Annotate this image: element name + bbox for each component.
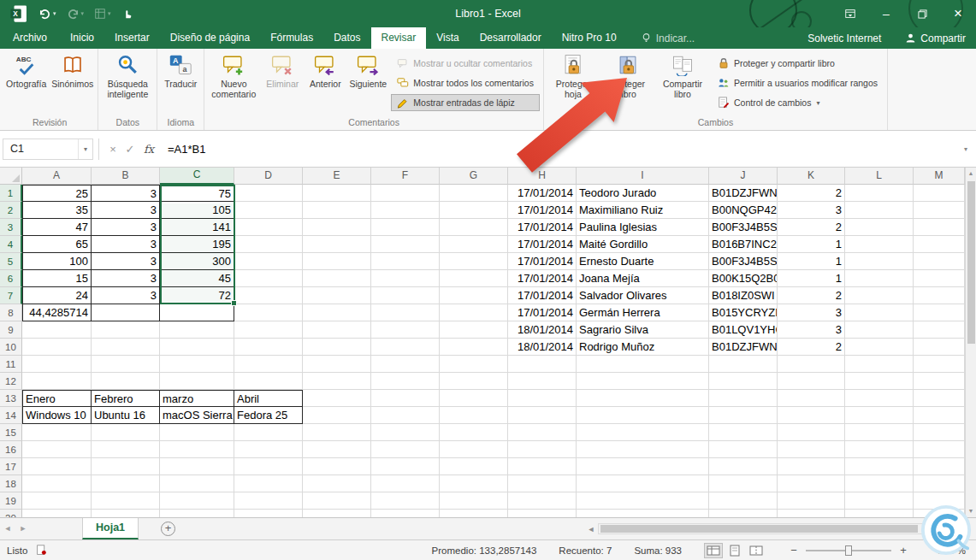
row-header-8[interactable]: 8 <box>0 304 22 321</box>
cell-F18[interactable] <box>371 475 440 492</box>
cell-A4[interactable]: 65 <box>22 236 92 253</box>
sheet-nav-right-button[interactable]: ► <box>15 518 31 539</box>
cell-L7[interactable] <box>845 287 914 304</box>
row-header-19[interactable]: 19 <box>0 492 22 510</box>
expand-formula-bar-button[interactable]: ▾ <box>958 145 973 153</box>
mostrar-entradas-de-lapiz-button[interactable]: Mostrar entradas de lápiz <box>391 94 540 111</box>
cell-J7[interactable]: B018IZ0SWI <box>709 287 778 304</box>
cancel-entry-button[interactable]: × <box>104 143 121 156</box>
cell-J20[interactable] <box>709 510 778 517</box>
cell-G19[interactable] <box>440 492 508 510</box>
cell-E15[interactable] <box>303 424 371 441</box>
cell-C8[interactable] <box>160 304 234 321</box>
cell-I12[interactable] <box>577 373 709 390</box>
cell-K1[interactable]: 2 <box>778 185 845 202</box>
zoom-slider-handle[interactable] <box>845 545 852 556</box>
cell-F19[interactable] <box>371 492 440 510</box>
cell-J17[interactable] <box>709 458 778 475</box>
row-header-14[interactable]: 14 <box>0 407 22 424</box>
cell-C4[interactable]: 195 <box>160 236 234 253</box>
column-header-H[interactable]: H <box>508 168 577 185</box>
tab-vista[interactable]: Vista <box>426 27 469 49</box>
cell-I11[interactable] <box>577 356 709 373</box>
sinonimos-button[interactable]: Sinónimos <box>49 50 96 117</box>
cell-A10[interactable] <box>22 339 92 356</box>
row-header-4[interactable]: 4 <box>0 236 22 253</box>
cell-B13[interactable]: Febrero <box>92 390 160 407</box>
horizontal-scrollbar-track[interactable] <box>598 523 961 534</box>
cell-E11[interactable] <box>303 356 371 373</box>
cell-F17[interactable] <box>371 458 440 475</box>
cell-D9[interactable] <box>234 321 303 339</box>
cell-J12[interactable] <box>709 373 778 390</box>
sheet-tab-hoja1[interactable]: Hoja1 <box>82 518 139 539</box>
cell-D8[interactable] <box>234 304 303 321</box>
tab-inicio[interactable]: Inicio <box>60 27 104 49</box>
cell-J16[interactable] <box>709 441 778 458</box>
column-header-F[interactable]: F <box>371 168 440 185</box>
cell-D3[interactable] <box>234 219 303 236</box>
cell-H14[interactable] <box>508 407 577 424</box>
cell-J6[interactable]: B00K15Q2B0 <box>709 270 778 287</box>
cell-D17[interactable] <box>234 458 303 475</box>
cell-K6[interactable]: 1 <box>778 270 845 287</box>
cell-C18[interactable] <box>160 475 234 492</box>
cell-K11[interactable] <box>778 356 845 373</box>
cell-F11[interactable] <box>371 356 440 373</box>
cell-J4[interactable]: B016B7INC2 <box>709 236 778 253</box>
cell-A12[interactable] <box>22 373 92 390</box>
tab-desarrollador[interactable]: Desarrollador <box>470 27 552 49</box>
cell-K5[interactable]: 1 <box>778 253 845 270</box>
cell-J13[interactable] <box>709 390 778 407</box>
cell-F5[interactable] <box>371 253 440 270</box>
cell-C13[interactable]: marzo <box>160 390 234 407</box>
cell-K13[interactable] <box>778 390 845 407</box>
cell-H4[interactable]: 17/01/2014 <box>508 236 577 253</box>
cell-H7[interactable]: 17/01/2014 <box>508 287 577 304</box>
cell-D14[interactable]: Fedora 25 <box>234 407 303 424</box>
cell-A8[interactable]: 44,4285714 <box>22 304 92 321</box>
cell-A2[interactable]: 35 <box>22 202 92 219</box>
cell-B3[interactable]: 3 <box>92 219 160 236</box>
cell-F14[interactable] <box>371 407 440 424</box>
cell-B11[interactable] <box>92 356 160 373</box>
row-header-1[interactable]: 1 <box>0 185 22 202</box>
cell-F16[interactable] <box>371 441 440 458</box>
cell-J14[interactable] <box>709 407 778 424</box>
vertical-scrollbar[interactable]: ▲ ▼ <box>965 168 976 517</box>
cell-M15[interactable] <box>914 424 965 441</box>
cell-I18[interactable] <box>577 475 709 492</box>
cell-I4[interactable]: Maité Gordillo <box>577 236 709 253</box>
cell-C5[interactable]: 300 <box>160 253 234 270</box>
cell-K17[interactable] <box>778 458 845 475</box>
minimize-button[interactable]: – <box>868 0 904 27</box>
cell-A13[interactable]: Enero <box>22 390 92 407</box>
cell-K18[interactable] <box>778 475 845 492</box>
cell-J5[interactable]: B00F3J4B5S <box>709 253 778 270</box>
cell-E17[interactable] <box>303 458 371 475</box>
cell-L17[interactable] <box>845 458 914 475</box>
cell-M7[interactable] <box>914 287 965 304</box>
tab-insertar[interactable]: Insertar <box>104 27 160 49</box>
cell-M17[interactable] <box>914 458 965 475</box>
tell-me-box[interactable]: Indicar... <box>641 27 695 49</box>
cell-E20[interactable] <box>303 510 371 517</box>
cell-D6[interactable] <box>234 270 303 287</box>
cell-F9[interactable] <box>371 321 440 339</box>
nuevo-comentario-button[interactable]: Nuevo comentario <box>206 50 261 117</box>
cell-H10[interactable]: 18/01/2014 <box>508 339 577 356</box>
cell-A15[interactable] <box>22 424 92 441</box>
cell-A14[interactable]: Windows 10 <box>22 407 92 424</box>
cell-J8[interactable]: B015YCRYZM <box>709 304 778 321</box>
cell-L2[interactable] <box>845 202 914 219</box>
cell-C10[interactable] <box>160 339 234 356</box>
cell-M12[interactable] <box>914 373 965 390</box>
cell-A3[interactable]: 47 <box>22 219 92 236</box>
cell-I6[interactable]: Joana Mejía <box>577 270 709 287</box>
cell-C9[interactable] <box>160 321 234 339</box>
cell-G7[interactable] <box>440 287 508 304</box>
chevron-down-icon[interactable]: ▾ <box>81 10 85 17</box>
cell-A16[interactable] <box>22 441 92 458</box>
cell-K4[interactable]: 1 <box>778 236 845 253</box>
tab-archivo[interactable]: Archivo <box>0 27 60 49</box>
